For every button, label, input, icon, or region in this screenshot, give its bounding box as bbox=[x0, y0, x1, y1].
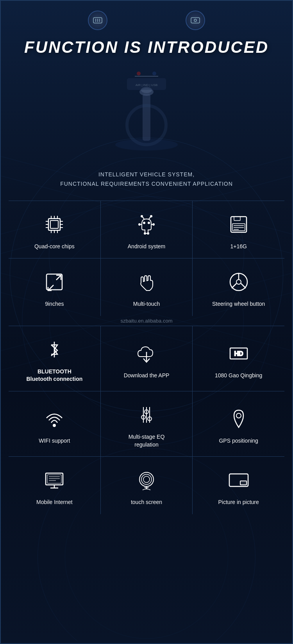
top-bar bbox=[1, 7, 292, 34]
svg-point-81 bbox=[236, 413, 241, 418]
feature-cell-9inches: 9inches bbox=[9, 258, 101, 316]
subtitle-line1: INTELLIGENT VEHICLE SYSTEM, bbox=[32, 170, 261, 179]
feature-cell-storage: 1+16G bbox=[193, 201, 284, 258]
header-section: FUNCTION IS INTRODUCED AIR | IND | USB bbox=[1, 1, 292, 197]
svg-point-17 bbox=[194, 19, 197, 22]
wifi-label: WIFI support bbox=[39, 437, 70, 445]
svg-point-50 bbox=[139, 224, 140, 225]
svg-rect-85 bbox=[47, 475, 61, 483]
hd-label: 1080 Gao Qingbing bbox=[215, 372, 262, 380]
bluetooth-label: BLUETOOTH Bluetooth connection bbox=[26, 368, 82, 383]
feature-cell-touch-screen: touch screen bbox=[101, 457, 193, 514]
svg-point-54 bbox=[144, 233, 146, 234]
svg-rect-16 bbox=[191, 18, 200, 23]
feature-cell-hd: HD 1080 Gao Qingbing bbox=[193, 326, 284, 391]
svg-point-66 bbox=[236, 280, 241, 284]
monitor-icon bbox=[41, 466, 68, 494]
pip-icon bbox=[225, 466, 252, 494]
svg-line-68 bbox=[232, 283, 236, 288]
expand-icon bbox=[41, 268, 68, 296]
wifi-icon bbox=[41, 405, 68, 432]
watermark: szbaitu.en.alibaba.com bbox=[9, 316, 284, 326]
steering-icon bbox=[225, 268, 252, 296]
svg-line-64 bbox=[56, 275, 61, 280]
android-icon bbox=[133, 211, 160, 238]
pip-label: Picture in picture bbox=[218, 499, 259, 506]
mobile-internet-label: Mobile Internet bbox=[36, 499, 73, 506]
svg-point-27 bbox=[152, 72, 156, 75]
download-label: Download the APP bbox=[124, 372, 170, 380]
right-control bbox=[186, 11, 205, 30]
feature-cell-chip: Quad-core chips bbox=[9, 201, 101, 258]
bottom-spacer bbox=[1, 518, 292, 534]
feature-cell-mobile-internet: Mobile Internet bbox=[9, 457, 101, 514]
storage-label: 1+16G bbox=[230, 243, 247, 251]
svg-text:HD: HD bbox=[234, 350, 243, 357]
floppy-icon bbox=[225, 211, 252, 238]
svg-line-69 bbox=[241, 283, 246, 288]
svg-point-46 bbox=[141, 215, 143, 217]
svg-text:AIR | IND | USB: AIR | IND | USB bbox=[136, 83, 158, 87]
svg-point-51 bbox=[153, 224, 154, 225]
9inches-label: 9inches bbox=[45, 300, 64, 308]
eq-label: Multi-stage EQ regulation bbox=[129, 433, 165, 448]
feature-cell-steering: Steering wheel button bbox=[193, 258, 284, 316]
hd-icon: HD bbox=[225, 340, 252, 367]
bluetooth-icon bbox=[41, 336, 68, 363]
feature-cell-android: Android system bbox=[101, 201, 193, 258]
page-container: FUNCTION IS INTRODUCED AIR | IND | USB bbox=[0, 0, 293, 644]
svg-point-42 bbox=[143, 222, 145, 224]
svg-point-91 bbox=[143, 476, 150, 483]
feature-row-3: BLUETOOTH Bluetooth connection Download … bbox=[9, 326, 284, 391]
svg-rect-61 bbox=[234, 217, 240, 221]
svg-point-74 bbox=[53, 424, 55, 427]
equalizer-icon bbox=[133, 401, 160, 429]
feature-cell-download: Download the APP bbox=[101, 326, 193, 391]
multitouch-label: Multi-touch bbox=[133, 300, 160, 308]
feature-cell-bluetooth: BLUETOOTH Bluetooth connection bbox=[9, 326, 101, 391]
feature-row-4: WIFI support Multi-stage EQ regula bbox=[9, 391, 284, 456]
svg-rect-29 bbox=[50, 221, 58, 228]
touch-icon bbox=[133, 466, 160, 494]
car-svg: AIR | IND | USB bbox=[88, 70, 205, 156]
feature-row-2: 9inches Multi-touch bbox=[9, 258, 284, 316]
feature-cell-multitouch: Multi-touch bbox=[101, 258, 193, 316]
cloud-download-icon bbox=[133, 340, 160, 367]
touch-screen-label: touch screen bbox=[131, 499, 162, 506]
feature-cell-wifi: WIFI support bbox=[9, 391, 101, 456]
features-grid: Quad-core chips bbox=[1, 197, 292, 518]
feature-row-5: Mobile Internet touch bbox=[9, 456, 284, 514]
gps-label: GPS positioning bbox=[219, 437, 258, 445]
feature-cell-eq: Multi-stage EQ regulation bbox=[101, 391, 193, 456]
subtitle-line2: FUNCTIONAL REQUIREMENTS CONVENIENT APPLI… bbox=[32, 179, 261, 189]
steering-label: Steering wheel button bbox=[212, 300, 265, 308]
android-label: Android system bbox=[128, 243, 165, 251]
gps-icon bbox=[225, 405, 252, 432]
hand-icon bbox=[133, 268, 160, 296]
svg-point-43 bbox=[148, 222, 150, 224]
subtitle-block: INTELLIGENT VEHICLE SYSTEM, FUNCTIONAL R… bbox=[1, 168, 292, 197]
svg-rect-93 bbox=[240, 481, 247, 485]
chip-icon bbox=[41, 211, 68, 238]
svg-point-26 bbox=[137, 72, 141, 75]
svg-rect-56 bbox=[231, 217, 247, 232]
svg-rect-19 bbox=[143, 94, 150, 141]
page-title: FUNCTION IS INTRODUCED bbox=[1, 34, 292, 59]
feature-row-1: Quad-core chips bbox=[9, 201, 284, 258]
car-illustration: AIR | IND | USB bbox=[1, 59, 292, 168]
chip-label: Quad-core chips bbox=[34, 243, 75, 251]
feature-cell-pip: Picture in picture bbox=[193, 457, 284, 514]
svg-point-55 bbox=[147, 233, 149, 234]
left-control bbox=[88, 11, 107, 30]
svg-point-47 bbox=[150, 215, 152, 217]
svg-point-90 bbox=[141, 474, 152, 484]
feature-cell-gps: GPS positioning bbox=[193, 391, 284, 456]
